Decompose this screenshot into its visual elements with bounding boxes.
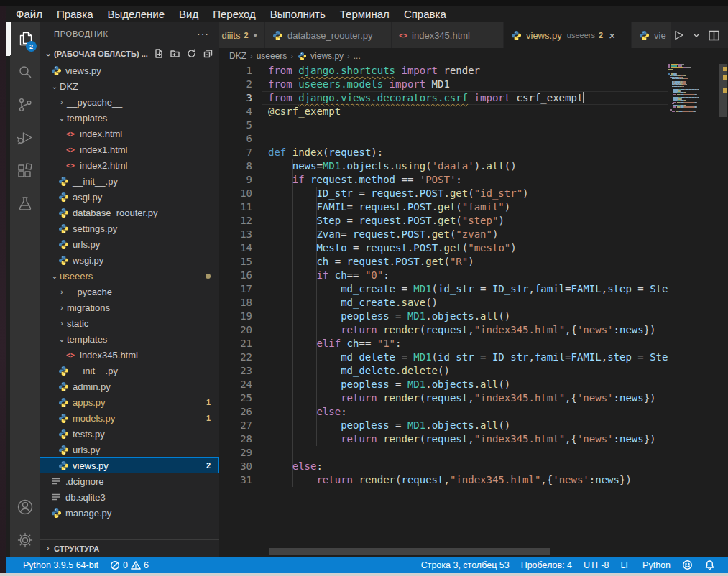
status-problems[interactable]: 06 — [104, 557, 155, 573]
activity-item-explorer[interactable]: 2 — [10, 22, 40, 55]
tree-item-admin-py[interactable]: admin.py — [40, 378, 219, 394]
code-line-23[interactable]: 23 md_delete.delete() — [219, 364, 728, 378]
breadcrumb-item-2[interactable]: views.py — [297, 51, 344, 62]
breadcrumb-item-3[interactable]: ... — [354, 51, 361, 61]
activity-item-search[interactable] — [10, 55, 40, 88]
code-line-2[interactable]: 2from useeers.models import MD1 — [219, 78, 728, 91]
activity-item-source-control[interactable] — [10, 88, 40, 121]
tree-item--dcignore[interactable]: .dcignore — [40, 473, 219, 489]
new-folder-button[interactable] — [170, 48, 180, 59]
code-line-11[interactable]: 11 FAMIL= request.POST.get("famil") — [219, 200, 728, 214]
tree-item-dkz[interactable]: ⌄DKZ — [40, 78, 219, 94]
outline-section-header[interactable]: › СТРУКТУРА — [40, 539, 219, 557]
tree-item--init-py[interactable]: __init__.py — [40, 363, 219, 378]
tree-item-tests-py[interactable]: tests.py — [40, 426, 219, 442]
status-feedback[interactable] — [676, 557, 699, 573]
code-line-16[interactable]: 16 if ch== "0": — [219, 269, 728, 282]
code-line-1[interactable]: 1from django.shortcuts import render — [219, 64, 728, 78]
tab-views-py[interactable]: views.pyuseeers2× — [504, 22, 632, 48]
code-line-18[interactable]: 18 md_create.save() — [219, 296, 728, 310]
explorer-more-actions-button[interactable]: ··· — [197, 28, 209, 40]
code-line-25[interactable]: 25 return render(request,"index345.html"… — [219, 391, 728, 405]
code-line-6[interactable]: 6 — [219, 132, 728, 146]
collapse-all-button[interactable] — [203, 48, 213, 59]
status-indentation[interactable]: Пробелов: 4 — [515, 557, 578, 573]
tree-item-asgi-py[interactable]: asgi.py — [40, 189, 219, 205]
code-line-15[interactable]: 15 ch = request.POST.get("R") — [219, 255, 728, 269]
menu-item-1[interactable]: Правка — [50, 8, 101, 20]
tree-item-settings-py[interactable]: settings.py — [40, 220, 219, 236]
tree-item-views-py[interactable]: views.py2 — [40, 457, 219, 473]
tree-item-index1-html[interactable]: <>index1.html — [40, 141, 219, 157]
code-line-20[interactable]: 20 return render(request,"index345.html"… — [219, 323, 728, 337]
split-editor-button[interactable] — [708, 29, 720, 42]
tree-item-index345-html[interactable]: <>index345.html — [40, 347, 219, 363]
code-line-14[interactable]: 14 Mesto = request.POST.get("mesto") — [219, 241, 728, 255]
code-line-26[interactable]: 26 else: — [219, 405, 728, 419]
tree-item-models-py[interactable]: models.py1 — [40, 410, 219, 426]
code-line-17[interactable]: 17 md_create = MD1(id_str = ID_str,famil… — [219, 282, 728, 296]
tree-item-static[interactable]: ›static — [40, 315, 219, 331]
breadcrumb-item-1[interactable]: useeers — [257, 51, 287, 61]
run-dropdown[interactable] — [692, 31, 701, 40]
tree-item-urls-py[interactable]: urls.py — [40, 236, 219, 252]
horizontal-scrollbar-thumb[interactable] — [269, 548, 550, 555]
menu-item-6[interactable]: Терминал — [333, 8, 397, 20]
menu-item-4[interactable]: Переход — [206, 8, 263, 20]
code-line-30[interactable]: 30 else: — [219, 460, 728, 473]
code-line-27[interactable]: 27 peopless = MD1.objects.all() — [219, 419, 728, 432]
menu-item-5[interactable]: Выполнить — [263, 8, 333, 20]
tree-item-urls-py[interactable]: urls.py — [40, 442, 219, 457]
status-cursor-position[interactable]: Строка 3, столбец 53 — [415, 557, 515, 573]
status-eol[interactable]: LF — [614, 557, 637, 573]
breadcrumb-item-0[interactable]: DKZ — [229, 51, 246, 61]
code-editor[interactable]: 1from django.shortcuts import render2fro… — [219, 64, 728, 557]
code-line-4[interactable]: 4@csrf_exempt — [219, 105, 728, 119]
vertical-scrollbar[interactable] — [719, 64, 728, 557]
tree-item-apps-py[interactable]: apps.py1 — [40, 394, 219, 410]
tree-item-migrations[interactable]: ›migrations — [40, 299, 219, 315]
menu-item-2[interactable]: Выделение — [101, 8, 172, 20]
minimap[interactable] — [668, 64, 719, 557]
code-line-13[interactable]: 13 Zvan= request.POST.get("zvan") — [219, 228, 728, 241]
status-encoding[interactable]: UTF-8 — [578, 557, 614, 573]
status-python-interpreter[interactable]: Python 3.9.5 64-bit — [17, 557, 104, 573]
tree-item--init-py[interactable]: __init__.py — [40, 173, 219, 189]
code-line-3[interactable]: 3from django.views.decorators.csrf impor… — [219, 91, 728, 105]
tree-item-useeers[interactable]: ⌄useeers — [40, 268, 219, 284]
code-line-31[interactable]: 31 return render(request,"index345.html"… — [219, 473, 728, 487]
menu-item-7[interactable]: Справка — [397, 8, 453, 20]
code-line-21[interactable]: 21 elif ch== "1": — [219, 337, 728, 350]
activity-item-run-debug[interactable] — [10, 121, 40, 154]
menu-item-3[interactable]: Вид — [172, 8, 206, 20]
tab-vie[interactable]: vie — [632, 22, 672, 48]
tree-item-views-py[interactable]: views.py — [40, 62, 219, 78]
tree-item-manage-py[interactable]: manage.py — [40, 505, 219, 521]
tree-item-index-html[interactable]: <>index.html — [40, 126, 219, 141]
code-line-28[interactable]: 28 return render(request,"index345.html"… — [219, 432, 728, 446]
code-line-10[interactable]: 10 ID_str = request.POST.get("id_str") — [219, 187, 728, 200]
code-line-8[interactable]: 8 news=MD1.objects.using('daata').all() — [219, 159, 728, 173]
tree-item-templates[interactable]: ⌄templates — [40, 331, 219, 347]
tree-item-index2-html[interactable]: <>index2.html — [40, 157, 219, 173]
tab-index345-html[interactable]: <>index345.html — [392, 22, 504, 48]
tree-item-wsgi-py[interactable]: wsgi.py — [40, 252, 219, 268]
code-line-22[interactable]: 22 md_delete = MD1(id_str = ID_str,famil… — [219, 350, 728, 364]
new-file-button[interactable] — [153, 48, 164, 59]
code-line-5[interactable]: 5 — [219, 119, 728, 132]
activity-item-account[interactable] — [10, 491, 40, 524]
tree-item--pycache-[interactable]: ›__pycache__ — [40, 284, 219, 299]
tree-item-database-roouter-py[interactable]: database_roouter.py — [40, 205, 219, 220]
tree-item-templates[interactable]: ⌄templates — [40, 110, 219, 126]
code-line-9[interactable]: 9 if request.method == 'POST': — [219, 173, 728, 187]
tree-item-db-sqlite3[interactable]: db.sqlite3 — [40, 489, 219, 505]
status-notifications[interactable] — [699, 557, 721, 573]
run-button[interactable] — [672, 29, 685, 42]
tab-database-roouter-py[interactable]: database_roouter.py — [265, 22, 392, 48]
workspace-section-header[interactable]: ⌄ (РАБОЧАЯ ОБЛАСТЬ) ... — [40, 45, 219, 62]
close-icon[interactable]: × — [609, 29, 615, 42]
code-line-29[interactable]: 29 — [219, 446, 728, 460]
activity-item-settings[interactable] — [10, 524, 40, 557]
tree-item--pycache-[interactable]: ›__pycache__ — [40, 94, 219, 110]
status-language-mode[interactable]: Python — [637, 557, 676, 573]
